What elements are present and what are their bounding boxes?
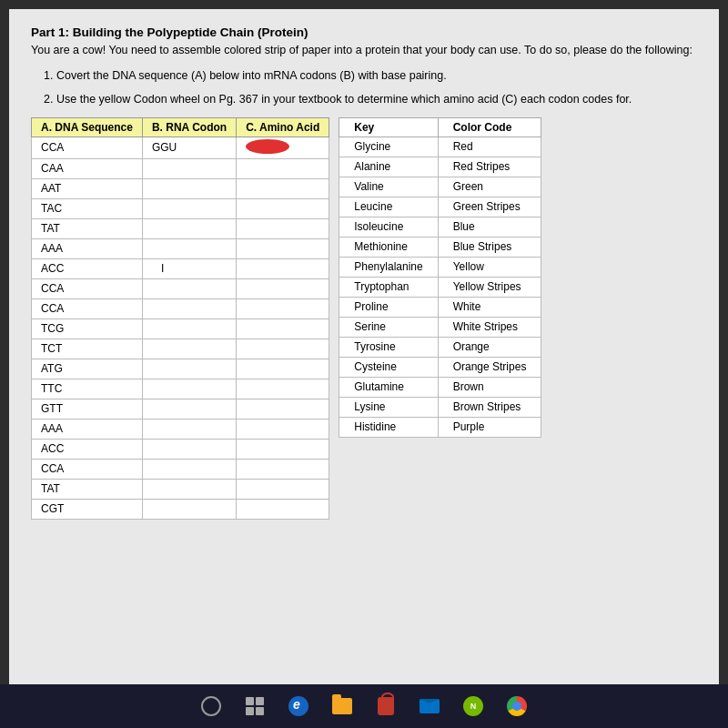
rna-cell[interactable]: [142, 499, 236, 519]
amino-cell[interactable]: [237, 278, 329, 298]
key-color-cell: Blue: [438, 217, 541, 237]
dna-cell: ACC: [32, 439, 143, 459]
key-name-cell: Alanine: [339, 157, 438, 177]
key-row: AlanineRed Stripes: [339, 157, 541, 177]
key-name-cell: Glutamine: [339, 377, 438, 397]
amino-cell[interactable]: [237, 379, 329, 399]
rna-cell[interactable]: GGU: [142, 136, 236, 158]
rna-cell[interactable]: [142, 419, 236, 439]
dna-cell: TAT: [32, 479, 143, 499]
rna-cell[interactable]: [142, 178, 236, 198]
key-color-cell: Red Stripes: [438, 157, 541, 177]
table-row: TAT: [32, 218, 329, 238]
rna-cell[interactable]: [142, 238, 236, 258]
key-color-cell: Yellow: [438, 257, 541, 277]
rna-cell[interactable]: I: [142, 258, 236, 278]
color-code-header: Color Code: [438, 117, 541, 136]
amino-cell[interactable]: [237, 258, 329, 278]
mail-button[interactable]: [416, 693, 443, 720]
amino-cell[interactable]: [237, 359, 329, 379]
rna-cell[interactable]: [142, 318, 236, 339]
amino-cell[interactable]: [237, 198, 329, 218]
page-title: Part 1: Building the Polypeptide Chain (…: [31, 25, 697, 39]
key-name-cell: Glycine: [339, 136, 438, 157]
amino-cell[interactable]: [237, 298, 329, 318]
explorer-button[interactable]: [329, 693, 356, 720]
chrome-button[interactable]: [503, 693, 531, 720]
key-row: SerineWhite Stripes: [339, 317, 541, 337]
amino-cell[interactable]: [237, 158, 329, 178]
key-row: TryptophanYellow Stripes: [339, 277, 541, 297]
rna-cell[interactable]: [142, 339, 236, 359]
key-row: ValineGreen: [339, 177, 541, 197]
key-color-cell: Orange Stripes: [438, 357, 541, 377]
folder-icon: [332, 698, 352, 714]
task-view-icon: [246, 697, 264, 715]
taskbar: N: [0, 684, 728, 728]
intro-text: You are a cow! You need to assemble colo…: [31, 43, 697, 59]
rna-cell[interactable]: [142, 459, 236, 479]
amino-cell[interactable]: [237, 318, 329, 339]
key-color-cell: Orange: [438, 337, 541, 357]
task-view-button[interactable]: [241, 693, 268, 720]
edge-button[interactable]: [285, 693, 312, 720]
key-row: PhenylalanineYellow: [339, 257, 541, 277]
key-name-cell: Cysteine: [339, 357, 438, 377]
rna-cell[interactable]: [142, 379, 236, 399]
key-name-cell: Phenylalanine: [339, 257, 438, 277]
key-color-cell: Green Stripes: [438, 197, 541, 217]
amino-cell[interactable]: [237, 178, 329, 198]
dna-cell: TAT: [32, 218, 143, 238]
rna-cell[interactable]: [142, 439, 236, 459]
amino-cell[interactable]: [237, 459, 329, 479]
table-row: TAC: [32, 198, 329, 218]
amino-cell[interactable]: [237, 399, 329, 419]
rna-cell[interactable]: [142, 278, 236, 298]
key-row: CysteineOrange Stripes: [339, 357, 541, 377]
nvidia-button[interactable]: N: [460, 693, 487, 720]
amino-cell[interactable]: [237, 499, 329, 519]
col-a-header: A. DNA Sequence: [32, 117, 143, 136]
table-row: ATG: [32, 359, 329, 379]
edge-icon: [288, 696, 308, 716]
amino-cell[interactable]: [237, 136, 329, 158]
dna-cell: ATG: [32, 359, 143, 379]
rna-cell[interactable]: [142, 198, 236, 218]
rna-cell[interactable]: [142, 399, 236, 419]
key-row: GlycineRed: [339, 136, 541, 157]
start-circle-icon: [201, 696, 221, 716]
amino-cell[interactable]: [237, 238, 329, 258]
key-color-cell: White: [438, 297, 541, 317]
key-color-cell: Purple: [438, 417, 541, 437]
amino-cell[interactable]: [237, 419, 329, 439]
key-row: GlutamineBrown: [339, 377, 541, 397]
key-row: MethionineBlue Stripes: [339, 237, 541, 257]
rna-cell[interactable]: [142, 479, 236, 499]
col-b-header: B. RNA Codon: [142, 117, 236, 136]
dna-cell: CCA: [32, 136, 143, 158]
table-row: AAT: [32, 178, 329, 198]
store-button[interactable]: [372, 693, 399, 720]
amino-cell[interactable]: [237, 439, 329, 459]
table-row: CAA: [32, 158, 329, 178]
rna-cell[interactable]: [142, 298, 236, 318]
rna-cell[interactable]: [142, 359, 236, 379]
start-button[interactable]: [197, 693, 225, 720]
table-row: GTT: [32, 399, 329, 419]
rna-cell[interactable]: [142, 158, 236, 178]
amino-cell[interactable]: [237, 218, 329, 238]
key-name-cell: Tyrosine: [339, 337, 438, 357]
table-row: ACC: [32, 439, 329, 459]
amino-cell[interactable]: [237, 339, 329, 359]
rna-cell[interactable]: [142, 218, 236, 238]
table-row: TAT: [32, 479, 329, 499]
amino-cell[interactable]: [237, 479, 329, 499]
key-row: ProlineWhite: [339, 297, 541, 317]
key-name-cell: Proline: [339, 297, 438, 317]
table-row: CCA: [32, 278, 329, 298]
chrome-icon: [507, 696, 527, 716]
table-row: TCG: [32, 318, 329, 339]
table-row: TCT: [32, 339, 329, 359]
key-color-cell: Green: [438, 177, 541, 197]
key-name-cell: Valine: [339, 177, 438, 197]
